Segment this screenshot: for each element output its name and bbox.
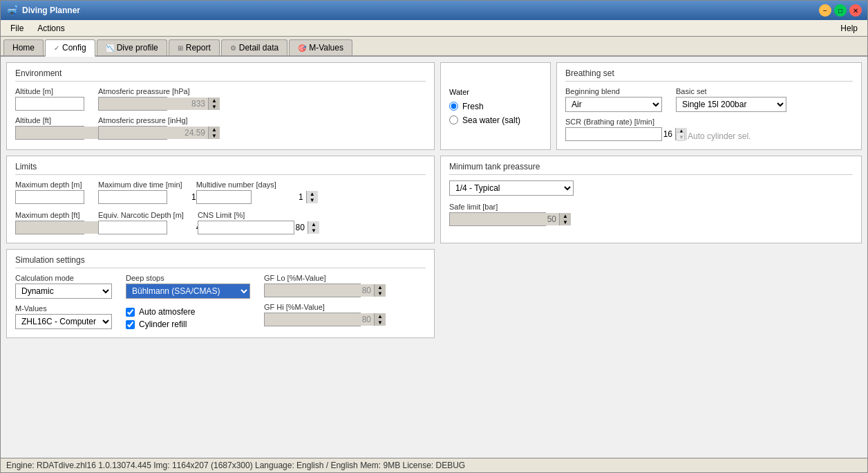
basic-set-select[interactable]: Single 15l 200bar Single 12l 200bar Twin…: [676, 97, 786, 112]
tab-mval-label: M-Values: [309, 43, 343, 53]
deep-stops-label: Deep stops: [126, 274, 250, 282]
multidive-field: Multidive number [days] ▲ ▼: [196, 180, 276, 204]
m-values-field: M-Values ZHL16C - Computer ZHL16B ZHL16A: [15, 304, 112, 329]
max-depth-m-label: Maximum depth [m]: [15, 180, 84, 189]
equiv-narcotic-value[interactable]: [99, 221, 208, 234]
breathing-section: Breathing set Beginning blend Air Nitrox…: [556, 62, 862, 150]
scr-label: SCR (Brathing rate) [l/min]: [565, 118, 662, 126]
gf-lo-input: ▲ ▼: [264, 284, 361, 297]
cns-limit-value[interactable]: [198, 221, 308, 234]
tab-bar: Home ✓ Config 📉 Dive profile ⊞ Report ⚙ …: [1, 37, 867, 57]
max-depth-m-field: Maximum depth [m] ▲ ▼: [15, 180, 84, 204]
limits-title: Limits: [15, 162, 426, 175]
auto-cylinder-field: Auto cylinder sel.: [676, 131, 751, 141]
environment-section: Environment Altitude [m] ▲ ▼: [6, 62, 435, 150]
water-section: Water Fresh Sea water (salt): [440, 62, 551, 150]
menu-actions[interactable]: Actions: [30, 22, 71, 35]
cylinder-refill-field[interactable]: Cylinder refill: [126, 319, 250, 329]
deep-stops-field: Deep stops Bühlmann (SSA/CMAS) RGBM None: [126, 274, 250, 299]
max-dive-time-label: Maximum dive time [min]: [98, 180, 182, 189]
calc-mode-label: Calculation mode: [15, 274, 112, 282]
tab-dive-profile[interactable]: 📉 Dive profile: [97, 39, 167, 55]
cns-limit-down[interactable]: ▼: [308, 228, 319, 234]
mintank-section: Minimum tank preassure 1/4 - Typical 1/3…: [440, 156, 862, 243]
cylinder-refill-checkbox[interactable]: [126, 320, 135, 329]
water-fresh-label: Fresh: [462, 102, 484, 111]
max-depth-m-input[interactable]: ▲ ▼: [15, 190, 84, 204]
gf-lo-up: ▲: [375, 284, 386, 290]
equiv-narcotic-input[interactable]: ▲ ▼: [98, 221, 167, 234]
cns-limit-label: CNS Limit [%]: [198, 211, 294, 219]
beginning-blend-select[interactable]: Air Nitrox 32 Nitrox 36 Oxygen: [565, 97, 662, 112]
tab-dive-icon: 📉: [106, 44, 114, 52]
water-fresh-option[interactable]: Fresh: [449, 102, 542, 111]
water-fresh-radio[interactable]: [449, 102, 458, 111]
calc-mode-select[interactable]: Dynamic Static: [15, 284, 112, 299]
window-controls: − □ ✕: [819, 4, 862, 17]
deep-stops-select[interactable]: Bühlmann (SSA/CMAS) RGBM None: [126, 284, 250, 299]
max-depth-ft-label: Maximum depth [ft]: [15, 211, 84, 219]
main-window: 🤿 Diving Planner − □ ✕ File Actions Help…: [0, 0, 868, 473]
menu-file[interactable]: File: [3, 22, 30, 35]
atmos-inhg-up: ▲: [209, 127, 220, 133]
mintank-select[interactable]: 1/4 - Typical 1/3 - Conservative 50 bar …: [449, 180, 574, 196]
multidive-up[interactable]: ▲: [307, 191, 318, 197]
water-salt-label: Sea water (salt): [462, 115, 520, 125]
auto-atmosfere-field[interactable]: Auto atmosfere: [126, 307, 250, 317]
auto-cylinder-label: Auto cylinder sel.: [688, 131, 751, 141]
m-values-label: M-Values: [15, 304, 112, 313]
safe-limit-down: ▼: [560, 219, 571, 225]
basic-set-label: Basic set: [676, 87, 786, 95]
cns-limit-input[interactable]: ▲ ▼: [198, 221, 294, 234]
limits-section: Limits Maximum depth [m] ▲ ▼ Ma: [6, 156, 435, 243]
m-values-select[interactable]: ZHL16C - Computer ZHL16B ZHL16A: [15, 314, 112, 329]
tab-detail-icon: ⚙: [230, 44, 236, 52]
minimize-button[interactable]: −: [819, 4, 831, 17]
scr-input[interactable]: ▲ ▼: [565, 127, 662, 141]
gf-lo-down: ▼: [375, 290, 386, 297]
tab-config-label: Config: [62, 43, 86, 53]
auto-cylinder-checkbox[interactable]: [676, 132, 685, 141]
water-salt-radio[interactable]: [449, 115, 458, 124]
safe-limit-up: ▲: [560, 213, 571, 219]
gf-lo-label: GF Lo [%M-Value]: [264, 274, 361, 282]
close-button[interactable]: ✕: [849, 4, 862, 17]
cns-limit-up[interactable]: ▲: [308, 221, 319, 228]
max-dive-time-field: Maximum dive time [min] ▲ ▼: [98, 180, 182, 204]
tab-report-icon: ⊞: [178, 44, 183, 52]
tab-m-values[interactable]: 🎯 M-Values: [289, 39, 352, 55]
tab-detail-data[interactable]: ⚙ Detail data: [221, 39, 287, 55]
scr-value[interactable]: [566, 128, 675, 140]
sim-spacer: [440, 249, 862, 338]
multidive-value[interactable]: [197, 191, 306, 203]
altitude-ft-label: Altitude [ft]: [15, 116, 84, 124]
safe-limit-field: Safe limit [bar] ▲ ▼: [449, 203, 853, 226]
tab-report[interactable]: ⊞ Report: [169, 39, 220, 55]
tab-config[interactable]: ✓ Config: [45, 39, 95, 57]
atmosferic-hpa-field: Atmosferic preassure [hPa] ▲ ▼: [98, 87, 190, 111]
tab-dive-label: Dive profile: [117, 43, 158, 53]
maximize-button[interactable]: □: [834, 4, 847, 17]
atmosferic-inhg-value: [99, 127, 208, 139]
auto-atmosfere-checkbox[interactable]: [126, 308, 135, 317]
atmos-inhg-down: ▼: [209, 133, 220, 139]
multidive-down[interactable]: ▼: [307, 197, 318, 203]
max-dive-time-value[interactable]: [99, 191, 208, 203]
gf-hi-label: GF Hi [%M-Value]: [264, 303, 361, 311]
water-radio-group: Fresh Sea water (salt): [449, 102, 542, 125]
tab-home-label: Home: [12, 43, 35, 53]
app-icon: 🤿: [6, 5, 18, 16]
calc-mode-field: Calculation mode Dynamic Static: [15, 274, 112, 299]
altitude-m-field: Altitude [m] ▲ ▼: [15, 87, 84, 111]
max-dive-time-input[interactable]: ▲ ▼: [98, 190, 167, 204]
basic-set-field: Basic set Single 15l 200bar Single 12l 2…: [676, 87, 786, 112]
water-salt-option[interactable]: Sea water (salt): [449, 115, 542, 125]
gf-lo-field: GF Lo [%M-Value] ▲ ▼: [264, 274, 361, 297]
altitude-ft-input: ▲ ▼: [15, 126, 84, 140]
menu-help[interactable]: Help: [833, 22, 865, 35]
tab-home[interactable]: Home: [3, 39, 44, 55]
multidive-input[interactable]: ▲ ▼: [196, 190, 252, 204]
content-area: Environment Altitude [m] ▲ ▼: [1, 57, 867, 458]
altitude-m-input[interactable]: ▲ ▼: [15, 97, 84, 111]
cns-limit-field: CNS Limit [%] ▲ ▼: [198, 211, 294, 234]
